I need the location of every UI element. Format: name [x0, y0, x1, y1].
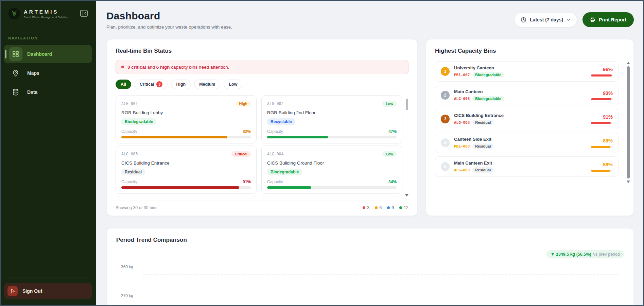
- bin-card-peek: [261, 196, 402, 197]
- sidebar-item-label: Maps: [27, 70, 39, 76]
- bin-name: CICS Building Ground Floor: [267, 160, 397, 166]
- bin-card[interactable]: ALG-001 High RGR Building Lobby Biodegra…: [116, 95, 257, 143]
- showing-count: Showing 30 of 30 bins: [116, 205, 157, 210]
- bin-card[interactable]: ALG-004 Low CICS Building Ground Floor B…: [261, 146, 402, 194]
- capacity-bar: [591, 74, 613, 76]
- rank-item[interactable]: 4 Canteen Side Exit PB1-008 Residual 89%: [435, 133, 619, 153]
- critical-count-badge: 3: [156, 81, 162, 87]
- capacity-bar: [591, 122, 613, 124]
- bin-code: ALG-004: [267, 152, 283, 156]
- sidebar-divider: [5, 277, 91, 277]
- green-dot-icon: [399, 206, 402, 209]
- bin-card[interactable]: ALG-003 Critical CICS Building Entrance …: [116, 146, 257, 194]
- date-range-dropdown[interactable]: Latest (7 days): [514, 12, 577, 27]
- bin-code: ALG-002: [267, 101, 283, 106]
- trend-card: Period Trend Comparison ▼ 1349.5 kg (56.…: [106, 228, 634, 306]
- blue-dot-icon: [387, 206, 390, 209]
- rank-item[interactable]: 2 Main Canteen ALG-008 Biodegradable 93%: [435, 85, 619, 105]
- scroll-down-arrow-icon[interactable]: [627, 181, 630, 183]
- capacity-bar: [591, 170, 613, 172]
- bin-name: University Canteen: [454, 65, 504, 70]
- bin-code: ALG-003: [121, 152, 138, 156]
- waste-type-tag: Biodegradable: [121, 118, 156, 125]
- bin-name: RGR Building Lobby: [121, 110, 251, 115]
- capacity-bar: [121, 136, 251, 138]
- nav-list: Dashboard Maps: [0, 45, 96, 101]
- rank-badge: 1: [441, 67, 450, 76]
- capacity-bar: [591, 98, 613, 100]
- bin-grid-scrollbar[interactable]: [406, 99, 408, 110]
- capacity-bar: [591, 146, 613, 148]
- bin-code: ALG-001: [121, 101, 138, 106]
- bin-card[interactable]: ALG-002 Low RGR Building 2nd Floor Recyc…: [261, 95, 402, 143]
- sign-out-button[interactable]: Sign Out: [4, 283, 92, 299]
- sidebar-item-data[interactable]: Data: [4, 83, 92, 101]
- trend-chart: 360 kg 270 kg: [116, 265, 624, 298]
- highest-capacity-title: Highest Capacity Bins: [435, 48, 625, 54]
- page-subtitle: Plan, prioritize, and optimize your wast…: [106, 24, 232, 30]
- sidebar-item-maps[interactable]: Maps: [4, 64, 92, 82]
- filter-chip-medium[interactable]: Medium: [194, 80, 220, 89]
- capacity-value: 34%: [388, 180, 397, 184]
- trend-delta-value: ▼ 1349.5 kg (56.5%): [551, 252, 591, 257]
- printer-icon: [590, 17, 595, 22]
- status-badge: Low: [382, 101, 397, 107]
- filter-chip-critical[interactable]: Critical3: [135, 80, 168, 89]
- rank-badge: 5: [441, 162, 450, 171]
- rank-badge: 3: [441, 115, 450, 123]
- capacity-value: 88%: [603, 162, 613, 167]
- rank-item[interactable]: 1 University Canteen PB1-007 Biodegradab…: [435, 61, 619, 82]
- capacity-value: 93%: [603, 90, 613, 96]
- sign-out-icon: [7, 286, 18, 296]
- bin-grid-viewport: ALG-001 High RGR Building Lobby Biodegra…: [116, 95, 408, 197]
- panel-scrollbar: [627, 62, 630, 183]
- sidebar-item-label: Data: [27, 89, 37, 95]
- capacity-bar: [267, 136, 397, 138]
- legend-high: 6: [375, 205, 382, 210]
- print-report-button[interactable]: Print Report: [582, 12, 634, 27]
- dashboard-grid-icon: [9, 47, 22, 61]
- bin-status-title: Real-time Bin Status: [116, 48, 408, 54]
- sidebar-item-dashboard[interactable]: Dashboard: [4, 45, 92, 63]
- page-title: Dashboard: [106, 10, 232, 22]
- sidebar: ARTEMIS Smart Waste Management Solution …: [0, 0, 96, 306]
- date-range-label: Latest (7 days): [530, 17, 563, 22]
- scroll-up-arrow-icon[interactable]: [627, 62, 630, 64]
- bin-code: PB1-008: [454, 144, 470, 149]
- rank-item[interactable]: 3 CICS Building Entrance ALG-003 Residua…: [435, 109, 619, 129]
- trend-title: Period Trend Comparison: [116, 237, 624, 243]
- filter-chip-all[interactable]: All: [116, 80, 131, 89]
- waste-type-tag: Biodegradable: [472, 72, 504, 78]
- capacity-value: 82%: [243, 129, 251, 134]
- capacity-alert: 3 critical and 6 high capacity bins need…: [116, 60, 408, 74]
- capacity-label: Capacity: [121, 180, 137, 184]
- map-pin-icon: [9, 66, 22, 80]
- sign-out-label: Sign Out: [22, 288, 42, 294]
- artemis-stag-icon: [8, 7, 20, 20]
- sidebar-item-label: Dashboard: [27, 51, 52, 57]
- rank-item[interactable]: 5 Main Canteen Exit ALG-009 Residual 88%: [435, 156, 619, 177]
- filter-chip-low[interactable]: Low: [224, 80, 242, 89]
- bin-name: Canteen Side Exit: [454, 137, 493, 142]
- capacity-value: 91%: [603, 114, 613, 120]
- waste-type-tag: Residual: [472, 143, 493, 149]
- red-dot-icon: [363, 206, 365, 209]
- print-report-label: Print Report: [599, 17, 626, 22]
- bin-code: ALG-003: [454, 120, 470, 125]
- trend-delta-suffix: vs prev period: [593, 252, 620, 257]
- capacity-bar: [121, 186, 251, 189]
- waste-type-tag: Residual: [472, 167, 493, 173]
- chevron-down-icon: [567, 18, 571, 21]
- gridline: [137, 267, 619, 267]
- filter-chip-high[interactable]: High: [171, 80, 191, 89]
- sidebar-collapse-icon[interactable]: [80, 9, 88, 18]
- scroll-down-arrow-icon[interactable]: [405, 194, 408, 197]
- rank-badge: 4: [441, 138, 450, 147]
- capacity-label: Capacity: [267, 129, 283, 134]
- waste-type-tag: Recyclable: [267, 118, 295, 125]
- y-axis-tick: 360 kg: [116, 265, 137, 269]
- highest-capacity-card: Highest Capacity Bins 1 University Cante…: [426, 39, 634, 216]
- y-axis-tick: 270 kg: [116, 293, 137, 298]
- trend-delta-badge: ▼ 1349.5 kg (56.5%) vs prev period: [546, 250, 624, 258]
- scrollbar-thumb[interactable]: [627, 66, 630, 178]
